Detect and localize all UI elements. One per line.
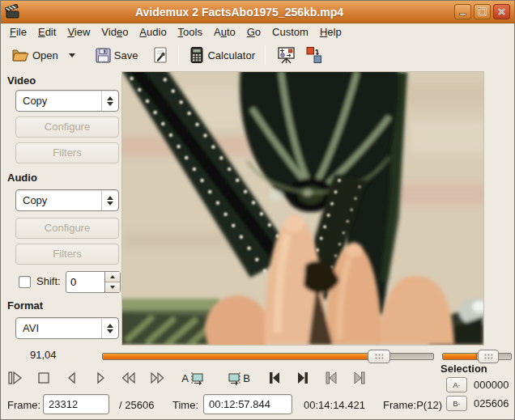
avidemux-window: Avidemux 2 FactsAbo1975_256kb.mp4 File E…	[0, 0, 515, 420]
selection-a-value: 000000	[474, 379, 509, 391]
toolbar-separator	[265, 45, 266, 65]
previous-black-frame-button[interactable]	[321, 367, 341, 388]
maximize-button[interactable]	[474, 4, 491, 19]
previous-keyframe-icon	[266, 370, 283, 386]
audio-filters-button[interactable]: Filters	[15, 244, 119, 265]
menu-file[interactable]: File	[4, 24, 32, 40]
red-blue-squares-icon	[304, 45, 324, 65]
close-button[interactable]	[493, 4, 510, 19]
next-black-frame-button[interactable]	[350, 367, 369, 388]
video-frame-image	[122, 72, 483, 345]
transport-controls: A B	[6, 367, 369, 389]
timeline-handle[interactable]	[368, 350, 390, 363]
previous-frame-icon	[63, 370, 81, 386]
secondary-handle[interactable]	[478, 350, 499, 363]
combo-arrows-icon	[101, 190, 118, 210]
video-codec-value: Copy	[16, 95, 101, 107]
selection-a-glyph: A·	[453, 381, 461, 389]
close-icon	[497, 7, 506, 16]
menu-tools[interactable]: Tools	[172, 24, 208, 40]
combo-arrows-icon	[101, 318, 118, 338]
combo-arrows-icon	[101, 91, 118, 111]
stop-button[interactable]	[34, 367, 53, 388]
menu-custom[interactable]: Custom	[266, 24, 314, 40]
fast-forward-button[interactable]	[147, 367, 167, 388]
preview-output-button[interactable]	[271, 43, 300, 67]
app-clapperboard-icon	[5, 4, 21, 20]
audio-codec-select[interactable]: Copy	[15, 189, 119, 211]
shift-input[interactable]	[66, 272, 104, 292]
menu-help[interactable]: Help	[314, 24, 347, 40]
open-button[interactable]: Open	[6, 44, 79, 66]
menu-audio[interactable]: Audio	[134, 24, 172, 40]
previous-keyframe-button[interactable]	[265, 367, 284, 388]
play-icon	[6, 370, 24, 386]
video-filters-button[interactable]: Filters	[15, 142, 119, 163]
statusbar: Frame: / 25606 Time: 00:14:14.421 Frame:…	[1, 391, 515, 420]
save-label: Save	[114, 49, 138, 62]
shift-spin-up-button[interactable]	[105, 272, 120, 282]
shift-spinbox	[66, 271, 121, 293]
set-marker-a-button[interactable]: A	[176, 367, 211, 388]
save-floppy-icon	[95, 47, 112, 64]
marker-a-label: A	[181, 372, 189, 384]
titlebar[interactable]: Avidemux 2 FactsAbo1975_256kb.mp4	[1, 1, 514, 23]
time-label: Time:	[172, 399, 198, 411]
set-marker-b-button[interactable]: B	[220, 367, 256, 388]
frame-total-label: / 25606	[119, 399, 154, 411]
calculator-icon	[189, 46, 205, 64]
format-select[interactable]: AVI	[15, 317, 119, 339]
menu-auto[interactable]: Auto	[208, 24, 241, 40]
audio-section-heading: Audio	[7, 172, 37, 184]
shift-spin-down-button[interactable]	[105, 282, 120, 292]
selection-panel: Selection A· 000000 B· 025606	[441, 363, 513, 375]
format-value: AVI	[16, 322, 101, 334]
open-folder-icon	[11, 46, 30, 64]
frame-input[interactable]	[43, 394, 109, 414]
format-section-heading: Format	[7, 299, 43, 312]
frame-label: Frame:	[7, 399, 40, 411]
video-preview	[122, 72, 483, 345]
timeline-slider[interactable]	[102, 350, 434, 363]
play-button[interactable]	[6, 367, 25, 388]
open-dropdown-arrow	[69, 53, 75, 57]
properties-button[interactable]	[148, 44, 172, 66]
next-keyframe-button[interactable]	[293, 367, 313, 388]
audio-configure-button[interactable]: Configure	[15, 218, 119, 239]
selection-heading: Selection	[441, 363, 513, 375]
audio-shift-row: Shift:	[1, 271, 122, 293]
maximize-icon	[478, 7, 487, 16]
sidebar: Video Copy Configure Filters Audio Copy …	[1, 70, 122, 347]
shift-checkbox[interactable]	[19, 276, 31, 288]
video-configure-button[interactable]: Configure	[15, 117, 119, 138]
next-frame-button[interactable]	[91, 367, 110, 388]
frame-type-label: Frame:P(12)	[383, 399, 442, 411]
video-codec-select[interactable]: Copy	[15, 90, 119, 112]
process-queue-button[interactable]	[300, 43, 328, 67]
menu-video[interactable]: Video	[96, 24, 134, 40]
fast-backward-button[interactable]	[119, 367, 138, 388]
toolbar-separator	[178, 45, 179, 65]
previous-black-frame-icon	[322, 370, 340, 386]
menu-edit[interactable]: Edit	[32, 24, 62, 40]
fast-forward-icon	[148, 370, 166, 386]
next-frame-icon	[92, 370, 109, 386]
fast-backward-icon	[120, 370, 138, 386]
previous-frame-button[interactable]	[62, 367, 82, 388]
menu-view[interactable]: View	[62, 24, 96, 40]
menu-go[interactable]: Go	[241, 24, 266, 40]
duration-label: 00:14:14.421	[304, 399, 365, 411]
save-button[interactable]: Save	[91, 45, 143, 66]
minimize-button[interactable]	[454, 4, 471, 19]
time-input[interactable]	[203, 394, 292, 414]
window-title: Avidemux 2 FactsAbo1975_256kb.mp4	[24, 6, 454, 19]
secondary-slider[interactable]	[442, 350, 512, 363]
menubar: File Edit View Video Audio Tools Auto Go…	[2, 23, 513, 40]
open-label: Open	[32, 49, 58, 62]
toolbar: Open Save	[2, 40, 513, 70]
calculator-label: Calculator	[207, 49, 255, 62]
audio-codec-value: Copy	[16, 194, 101, 206]
next-black-frame-icon	[351, 370, 368, 386]
set-marker-b-icon	[226, 370, 242, 386]
calculator-button[interactable]: Calculator	[185, 44, 259, 66]
